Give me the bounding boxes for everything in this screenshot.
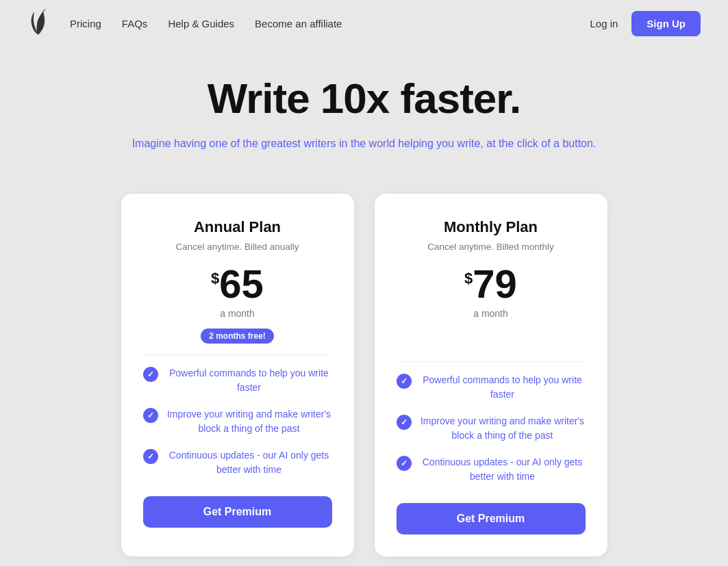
monthly-price-period: a month [397,308,586,319]
monthly-badge-spacer [397,326,586,350]
logo[interactable] [27,8,49,38]
monthly-feature-2: Improve your writing and make writer's b… [397,414,586,443]
annual-currency: $ [211,270,219,287]
monthly-divider [397,361,586,362]
monthly-feature-3-text: Continuous updates - our AI only gets be… [420,455,586,484]
nav-faqs[interactable]: FAQs [122,18,148,29]
check-icon-2 [143,408,158,423]
hero-title: Write 10x faster. [14,74,714,123]
annual-feature-3-text: Continuous updates - our AI only gets be… [166,448,332,477]
nav-pricing[interactable]: Pricing [70,18,101,29]
annual-feature-2-text: Improve your writing and make writer's b… [166,407,332,436]
check-icon-3 [143,449,158,464]
pricing-section: Annual Plan Cancel anytime. Billed anual… [0,173,728,566]
hero-subtitle: Imagine having one of the greatest write… [125,135,604,153]
annual-divider [143,355,332,355]
nav-affiliate[interactable]: Become an affiliate [255,18,342,29]
monthly-plan-title: Monthly Plan [397,218,586,236]
annual-features-list: Powerful commands to help you write fast… [143,366,332,477]
monthly-plan-subtitle: Cancel anytime. Billed monthly [397,242,586,252]
annual-feature-1: Powerful commands to help you write fast… [143,366,332,395]
navbar: Pricing FAQs Help & Guides Become an aff… [0,0,728,47]
annual-plan-card: Annual Plan Cancel anytime. Billed anual… [121,194,354,556]
annual-feature-3: Continuous updates - our AI only gets be… [143,448,332,477]
nav-links: Pricing FAQs Help & Guides Become an aff… [70,18,590,29]
annual-price-period: a month [143,308,332,319]
annual-price-amount: 65 [219,261,264,306]
hero-section: Write 10x faster. Imagine having one of … [0,47,728,173]
login-button[interactable]: Log in [590,18,618,29]
monthly-feature-1: Powerful commands to help you write fast… [397,373,586,402]
check-icon-m2 [397,415,412,430]
annual-feature-1-text: Powerful commands to help you write fast… [166,366,332,395]
nav-actions: Log in Sign Up [590,11,701,36]
nav-help[interactable]: Help & Guides [168,18,234,29]
signup-button[interactable]: Sign Up [631,11,701,36]
monthly-feature-3: Continuous updates - our AI only gets be… [397,455,586,484]
monthly-price-container: $79 [397,264,586,304]
annual-badge-container: 2 months free! [143,326,332,344]
annual-badge: 2 months free! [201,329,274,344]
monthly-feature-1-text: Powerful commands to help you write fast… [420,373,586,402]
monthly-feature-2-text: Improve your writing and make writer's b… [420,414,586,443]
monthly-price-amount: 79 [473,261,517,306]
monthly-features-list: Powerful commands to help you write fast… [397,373,586,484]
check-icon-m3 [397,456,412,471]
monthly-cta-button[interactable]: Get Premium [397,503,586,535]
monthly-currency: $ [464,270,473,287]
monthly-plan-card: Monthly Plan Cancel anytime. Billed mont… [375,194,607,556]
annual-plan-title: Annual Plan [143,218,332,236]
annual-feature-2: Improve your writing and make writer's b… [143,407,332,436]
check-icon-1 [143,367,158,382]
annual-cta-button[interactable]: Get Premium [143,496,332,528]
annual-plan-subtitle: Cancel anytime. Billed anually [143,242,332,252]
check-icon-m1 [397,374,412,389]
annual-price-container: $65 [143,264,332,304]
